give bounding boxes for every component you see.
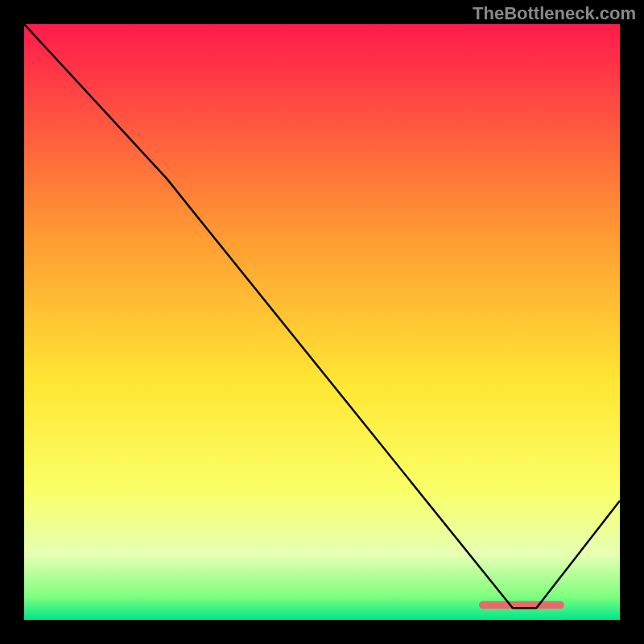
- watermark-text: TheBottleneck.com: [473, 3, 636, 24]
- plot-area: [24, 24, 620, 620]
- chart-svg: [24, 24, 620, 620]
- chart-container: TheBottleneck.com: [0, 0, 644, 644]
- gradient-background: [24, 24, 620, 620]
